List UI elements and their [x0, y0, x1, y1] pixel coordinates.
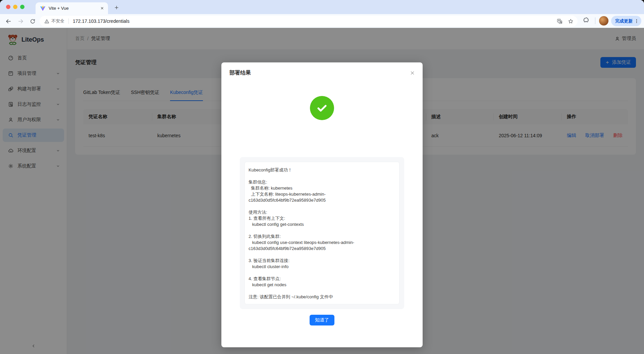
- reload-icon[interactable]: [28, 17, 37, 26]
- ok-button[interactable]: 知道了: [310, 315, 334, 325]
- new-tab-button[interactable]: [113, 4, 120, 11]
- maximize-window-button[interactable]: [20, 5, 24, 9]
- browser-tab-strip: Vite + Vue: [0, 0, 644, 14]
- browser-window: Vite + Vue 不安全 172.17.103.173/credential…: [0, 0, 644, 354]
- deploy-result-output: Kubeconfig部署成功！ 集群信息: 集群名称: kubernetes 上…: [245, 162, 399, 304]
- update-label: 完成更新: [615, 18, 633, 24]
- minimize-window-button[interactable]: [13, 5, 17, 9]
- translate-icon[interactable]: [557, 18, 562, 24]
- deploy-result-text: Kubeconfig部署成功！ 集群信息: 集群名称: kubernetes 上…: [249, 167, 395, 300]
- security-label: 不安全: [51, 18, 64, 24]
- window-controls: [6, 5, 24, 9]
- omnibox-divider: [68, 18, 69, 24]
- deploy-result-modal: 部署结果 部署成功 部署成功 Kubeconfig部署成功！ 集群信息: 集群名…: [221, 62, 423, 347]
- success-check-icon: [310, 96, 334, 120]
- address-bar[interactable]: 不安全 172.17.103.173/credentials: [40, 16, 578, 27]
- back-icon[interactable]: [4, 17, 13, 26]
- close-window-button[interactable]: [6, 5, 10, 9]
- browser-menu-icon[interactable]: [634, 18, 639, 24]
- url-text: 172.17.103.173/credentials: [73, 18, 557, 24]
- vite-favicon-icon: [40, 5, 46, 11]
- browser-tab[interactable]: Vite + Vue: [36, 2, 108, 14]
- bookmark-star-icon[interactable]: [568, 18, 574, 24]
- tab-title: Vite + Vue: [49, 6, 96, 11]
- close-icon[interactable]: [408, 68, 417, 77]
- chrome-update-button[interactable]: 完成更新: [611, 16, 641, 26]
- close-tab-icon[interactable]: [99, 5, 105, 12]
- warning-triangle-icon: [44, 19, 49, 24]
- modal-title: 部署结果: [229, 69, 251, 77]
- toolbar-divider: [595, 17, 595, 24]
- forward-icon[interactable]: [16, 17, 25, 26]
- profile-avatar[interactable]: [599, 16, 608, 26]
- deploy-result-box: Kubeconfig部署成功！ 集群信息: 集群名称: kubernetes 上…: [240, 157, 404, 309]
- extensions-icon[interactable]: [583, 17, 589, 23]
- site-security-chip[interactable]: 不安全: [44, 18, 64, 24]
